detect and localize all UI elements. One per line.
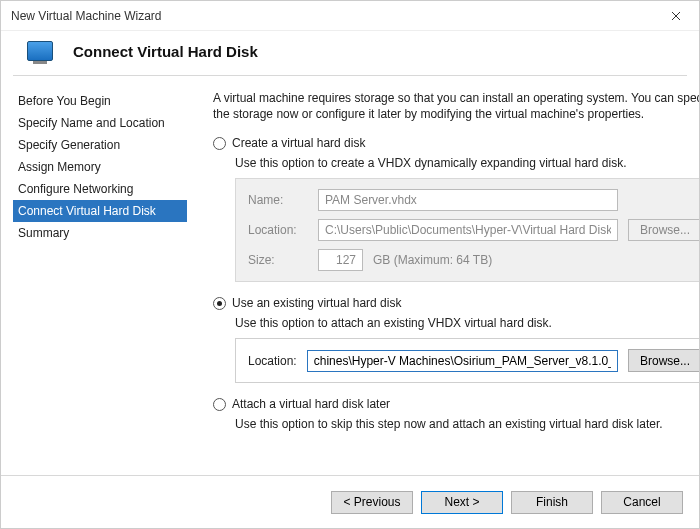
step-summary[interactable]: Summary <box>13 222 187 244</box>
option-existing-vhd: Use an existing virtual hard disk Use th… <box>213 296 700 383</box>
existing-location-label: Location: <box>248 354 297 368</box>
radio-later-label: Attach a virtual hard disk later <box>232 397 390 411</box>
create-size-input <box>318 249 363 271</box>
create-name-input <box>318 189 618 211</box>
title-bar: New Virtual Machine Wizard <box>1 1 699 31</box>
vm-icon <box>27 41 53 61</box>
step-configure-networking[interactable]: Configure Networking <box>13 178 187 200</box>
existing-location-input[interactable] <box>307 350 618 372</box>
create-browse-button: Browse... <box>628 219 700 241</box>
existing-settings-box: Location: Browse... <box>235 338 700 383</box>
radio-create-label: Create a virtual hard disk <box>232 136 365 150</box>
step-assign-memory[interactable]: Assign Memory <box>13 156 187 178</box>
radio-existing-label: Use an existing virtual hard disk <box>232 296 401 310</box>
finish-button[interactable]: Finish <box>511 491 593 514</box>
previous-button[interactable]: < Previous <box>331 491 413 514</box>
radio-existing-vhd[interactable] <box>213 297 226 310</box>
wizard-steps-sidebar: Before You Begin Specify Name and Locati… <box>13 90 193 466</box>
window-title: New Virtual Machine Wizard <box>11 9 653 23</box>
create-location-input <box>318 219 618 241</box>
close-icon <box>671 11 681 21</box>
step-specify-name-location[interactable]: Specify Name and Location <box>13 112 187 134</box>
existing-browse-button[interactable]: Browse... <box>628 349 700 372</box>
create-location-label: Location: <box>248 223 308 237</box>
radio-create-vhd[interactable] <box>213 137 226 150</box>
option-create-vhd: Create a virtual hard disk Use this opti… <box>213 136 700 282</box>
existing-desc: Use this option to attach an existing VH… <box>235 316 700 330</box>
create-size-units: GB (Maximum: 64 TB) <box>373 253 492 267</box>
create-desc: Use this option to create a VHDX dynamic… <box>235 156 700 170</box>
step-connect-virtual-hard-disk[interactable]: Connect Virtual Hard Disk <box>13 200 187 222</box>
next-button[interactable]: Next > <box>421 491 503 514</box>
step-before-you-begin[interactable]: Before You Begin <box>13 90 187 112</box>
later-desc: Use this option to skip this step now an… <box>235 417 700 431</box>
step-specify-generation[interactable]: Specify Generation <box>13 134 187 156</box>
radio-attach-later[interactable] <box>213 398 226 411</box>
create-size-label: Size: <box>248 253 308 267</box>
wizard-header: Connect Virtual Hard Disk <box>1 31 699 75</box>
intro-text: A virtual machine requires storage so th… <box>213 90 700 122</box>
close-button[interactable] <box>653 1 699 31</box>
page-heading: Connect Virtual Hard Disk <box>73 43 258 60</box>
create-name-label: Name: <box>248 193 308 207</box>
option-attach-later: Attach a virtual hard disk later Use thi… <box>213 397 700 431</box>
cancel-button[interactable]: Cancel <box>601 491 683 514</box>
wizard-footer: < Previous Next > Finish Cancel <box>1 475 699 528</box>
create-settings-box: Name: Location: Browse... Size: GB (Maxi… <box>235 178 700 282</box>
wizard-content: A virtual machine requires storage so th… <box>193 90 700 466</box>
